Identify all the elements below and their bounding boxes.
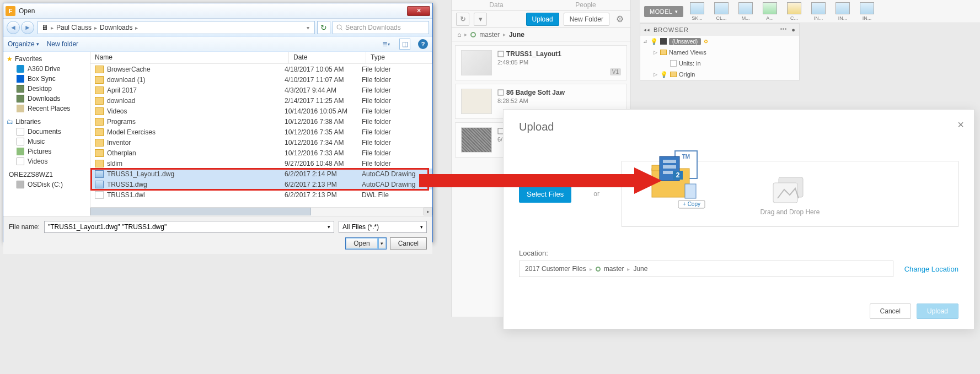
- file-row[interactable]: TRUSS1.dwg 6/2/2017 2:13 PM AutoCAD Draw…: [90, 179, 432, 189]
- file-row[interactable]: Otherplan 10/12/2016 7:33 AM File folder: [90, 148, 432, 158]
- sidebar-item-videos[interactable]: Videos: [3, 156, 90, 166]
- toolbar-construct[interactable]: C...: [784, 2, 805, 21]
- drop-zone[interactable]: Drag and Drop Here: [622, 161, 958, 227]
- search-input[interactable]: Search Downloads: [333, 21, 429, 34]
- file-row[interactable]: BrowserCache 4/18/2017 10:05 AM File fol…: [90, 64, 432, 74]
- search-placeholder: Search Downloads: [345, 24, 401, 31]
- sort-icon[interactable]: ▾: [474, 13, 487, 26]
- toolbar-modify[interactable]: M...: [735, 2, 756, 21]
- breadcrumb-master[interactable]: master: [479, 31, 500, 39]
- data-panel-tabs: Data People: [452, 0, 630, 11]
- browser-root[interactable]: ⊿💡(Unsaved)⭘: [640, 36, 799, 47]
- sidebar-item-downloads[interactable]: Downloads: [3, 94, 90, 104]
- sidebar-item-pictures[interactable]: Pictures: [3, 147, 90, 156]
- column-type[interactable]: Type: [366, 52, 432, 63]
- collapse-icon[interactable]: ●: [791, 26, 796, 33]
- help-button[interactable]: ?: [418, 39, 428, 49]
- sidebar-libraries-header[interactable]: 🗂Libraries: [3, 117, 90, 127]
- file-row[interactable]: TRUSS1_Layout1.dwg 6/2/2017 2:14 PM Auto…: [90, 169, 432, 179]
- search-icon: [336, 24, 343, 31]
- sidebar-favorites-header[interactable]: ★Favorites: [3, 54, 90, 64]
- open-dropdown[interactable]: ▾: [378, 237, 387, 250]
- back-button[interactable]: ◄: [7, 21, 20, 34]
- sidebar-item-recent[interactable]: Recent Places: [3, 104, 90, 113]
- select-files-button[interactable]: Select Files: [519, 185, 571, 203]
- sidebar-computer-header[interactable]: ORE2ZS8WZ1: [3, 170, 90, 180]
- toolbar-insert[interactable]: IN...: [832, 2, 853, 21]
- refresh-button[interactable]: ↻: [317, 21, 330, 34]
- refresh-icon[interactable]: ↻: [456, 13, 469, 26]
- scroll-right-arrow[interactable]: ▸: [424, 208, 432, 215]
- dialog-footer: File name: "TRUSS1_Layout1.dwg" "TRUSS1.…: [3, 216, 432, 254]
- breadcrumb-item[interactable]: Downloads: [100, 24, 132, 31]
- toolbar-sketch[interactable]: SK...: [687, 2, 708, 21]
- file-icon: [95, 181, 104, 188]
- filename-input[interactable]: "TRUSS1_Layout1.dwg" "TRUSS1.dwg"▾: [44, 221, 334, 233]
- file-row[interactable]: Videos 10/14/2016 10:05 AM File folder: [90, 106, 432, 116]
- upload-submit-button[interactable]: Upload: [917, 303, 958, 319]
- sidebar-item-music[interactable]: Music: [3, 137, 90, 147]
- close-icon[interactable]: ×: [957, 118, 964, 131]
- sidebar-item-boxsync[interactable]: Box Sync: [3, 74, 90, 84]
- browser-origin[interactable]: ▷💡Origin: [640, 69, 799, 80]
- sidebar-item-osdisk[interactable]: OSDisk (C:): [3, 180, 90, 189]
- cancel-button[interactable]: Cancel: [390, 237, 427, 250]
- open-button[interactable]: Open: [345, 237, 377, 250]
- file-name: TRUSS1_Layout1.dwg: [107, 170, 285, 178]
- toolbar-addins[interactable]: IN...: [856, 2, 877, 21]
- views-button[interactable]: ≣ ▾: [381, 39, 392, 50]
- new-folder-button[interactable]: New folder: [47, 40, 78, 48]
- file-type: AutoCAD Drawing: [362, 181, 428, 188]
- file-row[interactable]: download (1) 4/10/2017 11:07 AM File fol…: [90, 74, 432, 85]
- browser-units[interactable]: Units: in: [640, 58, 799, 69]
- forward-button[interactable]: ►: [21, 21, 34, 34]
- browser-header[interactable]: ◂◂BROWSER ●: [640, 24, 799, 36]
- file-filter-dropdown[interactable]: All Files (*.*)▾: [339, 221, 427, 233]
- settings-icon[interactable]: ⚙: [614, 13, 626, 25]
- browser-named-views[interactable]: ▷Named Views: [640, 47, 799, 58]
- filename-label: File name:: [9, 223, 40, 231]
- file-list[interactable]: BrowserCache 4/18/2017 10:05 AM File fol…: [90, 64, 432, 207]
- data-panel-item[interactable]: TRUSS1_Layout1 2:49:05 PM V1: [455, 45, 627, 80]
- sidebar-item-documents[interactable]: Documents: [3, 127, 90, 137]
- column-name[interactable]: Name: [90, 52, 289, 63]
- file-row[interactable]: download 2/14/2017 11:25 AM File folder: [90, 95, 432, 106]
- data-panel-breadcrumb[interactable]: ⌂▸ master▸ June: [452, 28, 630, 42]
- sidebar-item-a360[interactable]: A360 Drive: [3, 64, 90, 74]
- file-row[interactable]: TRUSS1.dwl 6/2/2017 2:13 PM DWL File: [90, 189, 432, 200]
- file-row[interactable]: Programs 10/12/2016 7:38 AM File folder: [90, 116, 432, 127]
- home-icon[interactable]: ⌂: [457, 31, 461, 39]
- toolbar-create[interactable]: CL...: [711, 2, 732, 21]
- file-row[interactable]: sldim 9/27/2016 10:48 AM File folder: [90, 158, 432, 169]
- change-location-link[interactable]: Change Location: [904, 265, 958, 273]
- sidebar-item-desktop[interactable]: Desktop: [3, 84, 90, 94]
- drop-graphic: [768, 172, 812, 205]
- model-workspace-dropdown[interactable]: MODEL▾: [644, 6, 683, 17]
- toolbar-inspect[interactable]: IN...: [808, 2, 829, 21]
- file-name: download (1): [107, 76, 285, 84]
- breadcrumb-june[interactable]: June: [509, 31, 524, 39]
- column-date[interactable]: Date: [289, 52, 366, 63]
- file-row[interactable]: Model Exercises 10/12/2016 7:35 AM File …: [90, 127, 432, 137]
- titlebar[interactable]: F Open ✕: [3, 3, 432, 19]
- horizontal-scrollbar[interactable]: ▸: [90, 207, 432, 216]
- tab-data[interactable]: Data: [452, 0, 541, 10]
- new-folder-button[interactable]: New Folder: [564, 13, 609, 26]
- tab-people[interactable]: People: [541, 0, 630, 10]
- file-row[interactable]: Inventor 10/12/2016 7:34 AM File folder: [90, 137, 432, 148]
- upload-button[interactable]: Upload: [526, 13, 559, 26]
- close-button[interactable]: ✕: [407, 6, 430, 16]
- toolbar-assemble[interactable]: A...: [759, 2, 780, 21]
- upload-cancel-button[interactable]: Cancel: [870, 303, 911, 319]
- file-date: 4/3/2017 9:44 AM: [285, 86, 362, 94]
- preview-pane-button[interactable]: ◫: [399, 39, 410, 50]
- breadcrumb-item[interactable]: Paul Clauss: [56, 24, 92, 31]
- breadcrumb-bar[interactable]: 🖥 ▸ Paul Clauss ▸ Downloads ▸ ▾: [38, 21, 315, 34]
- file-row[interactable]: April 2017 4/3/2017 9:44 AM File folder: [90, 85, 432, 95]
- organize-menu[interactable]: Organize▾: [8, 40, 39, 48]
- file-date: 6/2/2017 2:13 PM: [285, 181, 362, 188]
- location-path[interactable]: 2017 Customer Files▸ master▸ June: [519, 261, 893, 277]
- chevron-down-icon[interactable]: ▾: [307, 25, 309, 31]
- file-list-header[interactable]: Name Date Type: [90, 52, 432, 64]
- scroll-thumb[interactable]: [90, 208, 311, 215]
